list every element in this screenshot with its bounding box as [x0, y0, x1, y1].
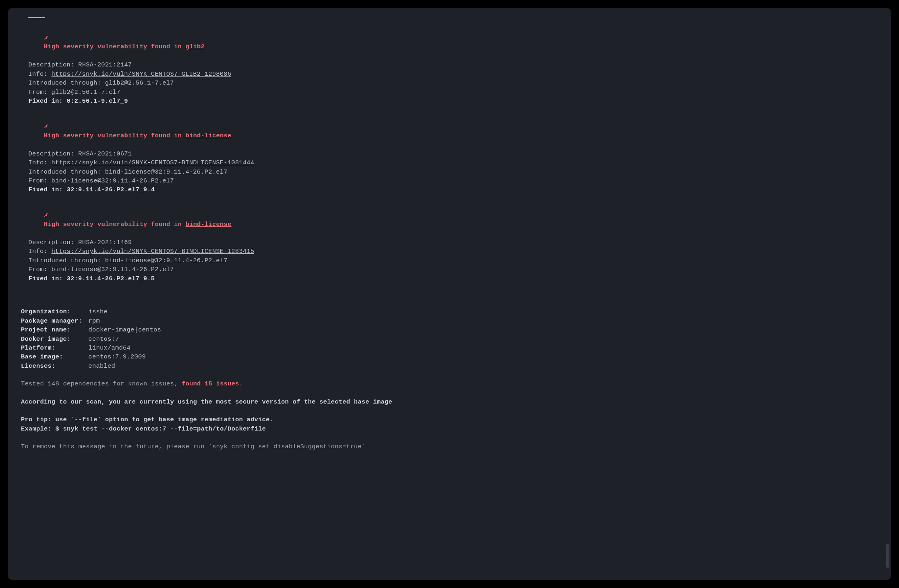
desc-label: Description: — [29, 239, 79, 246]
cross-icon: ✗ — [44, 211, 48, 219]
cross-icon: ✗ — [44, 123, 48, 130]
example-line: Example: $ snyk test --docker centos:7 -… — [21, 424, 878, 433]
lic-value: enabled — [88, 362, 115, 371]
desc-value: RHSA-2021:0671 — [78, 150, 132, 157]
img-label: Docker image: — [21, 335, 88, 344]
pm-value: rpm — [88, 317, 100, 325]
vulnerability-block: ✗ High severity vulnerability found in b… — [21, 113, 878, 195]
severity-text: High severity vulnerability found in — [44, 132, 186, 139]
img-value: centos:7 — [88, 335, 119, 344]
meta-row: Docker image:centos:7 — [21, 335, 878, 344]
scan-message: According to our scan, you are currently… — [21, 398, 878, 406]
lic-label: Licenses: — [21, 362, 88, 371]
desc-label: Description: — [29, 150, 79, 157]
proj-value: docker-image|centos — [88, 325, 161, 334]
tested-prefix: Tested 148 dependencies for known issues… — [21, 380, 182, 387]
plat-label: Platform: — [21, 344, 88, 352]
from-value: glib2@2.56.1-7.el7 — [52, 89, 120, 96]
cross-icon: ✗ — [44, 34, 48, 41]
base-label: Base image: — [21, 352, 88, 361]
fixed-value: 0:2.56.1-9.el7_9 — [67, 97, 128, 105]
base-value: centos:7.9.2009 — [88, 352, 146, 361]
meta-row: Platform:linux/amd64 — [21, 344, 878, 352]
vuln-package: bind-license — [186, 132, 232, 139]
introduced-value: bind-license@32:9.11.4-26.P2.el7 — [105, 257, 228, 264]
info-link[interactable]: https://snyk.io/vuln/SNYK-CENTOS7-GLIB2-… — [52, 70, 232, 78]
from-value: bind-license@32:9.11.4-26.P2.el7 — [52, 266, 174, 273]
meta-row: Organization:isshe — [21, 307, 878, 316]
introduced-value: glib2@2.56.1-7.el7 — [105, 79, 174, 87]
from-value: bind-license@32:9.11.4-26.P2.el7 — [52, 177, 174, 184]
vulnerability-block: ✗ High severity vulnerability found in b… — [21, 202, 878, 283]
fixed-value: 32:9.11.4-26.P2.el7_9.4 — [67, 186, 155, 193]
info-label: Info: — [29, 70, 52, 78]
desc-value: RHSA-2021:1469 — [78, 239, 132, 246]
remove-msg-line: To remove this message in the future, pl… — [21, 442, 878, 451]
info-label: Info: — [29, 159, 52, 166]
severity-text: High severity vulnerability found in — [44, 43, 186, 50]
info-link[interactable]: https://snyk.io/vuln/SNYK-CENTOS7-BINDLI… — [52, 159, 255, 166]
vuln-package: bind-license — [186, 221, 232, 228]
found-issues: found 15 issues. — [182, 380, 243, 387]
meta-row: Base image:centos:7.9.2009 — [21, 352, 878, 361]
vulnerability-block: ✗ High severity vulnerability found in g… — [21, 24, 878, 106]
tested-line: Tested 148 dependencies for known issues… — [21, 379, 878, 388]
severity-text: High severity vulnerability found in — [44, 221, 186, 228]
plat-value: linux/amd64 — [88, 344, 130, 352]
scrollbar[interactable] — [886, 544, 889, 568]
introduced-label: Introduced through: — [29, 79, 105, 87]
meta-row: Package manager:rpm — [21, 317, 878, 325]
introduced-value: bind-license@32:9.11.4-26.P2.el7 — [105, 168, 228, 176]
info-link[interactable]: https://snyk.io/vuln/SNYK-CENTOS7-BINDLI… — [52, 248, 255, 255]
introduced-label: Introduced through: — [29, 257, 105, 264]
meta-row: Project name:docker-image|centos — [21, 325, 878, 334]
fixed-label: Fixed in: — [29, 97, 67, 105]
from-label: From: — [29, 266, 52, 273]
terminal-window: ✗ High severity vulnerability found in g… — [8, 8, 891, 580]
vuln-package: glib2 — [186, 43, 205, 50]
from-label: From: — [29, 89, 52, 96]
proj-label: Project name: — [21, 325, 88, 334]
org-value: isshe — [88, 307, 108, 316]
meta-row: Licenses:enabled — [21, 362, 878, 371]
fixed-label: Fixed in: — [29, 275, 67, 282]
fixed-label: Fixed in: — [29, 186, 67, 193]
pm-label: Package manager: — [21, 317, 88, 325]
separator-line — [28, 17, 45, 18]
info-label: Info: — [29, 248, 52, 255]
fixed-value: 32:9.11.4-26.P2.el7_9.5 — [67, 275, 155, 282]
from-label: From: — [29, 177, 52, 184]
introduced-label: Introduced through: — [29, 168, 105, 176]
protip-line: Pro tip: use `--file` option to get base… — [21, 415, 878, 424]
org-label: Organization: — [21, 307, 88, 316]
desc-label: Description: — [29, 61, 79, 68]
desc-value: RHSA-2021:2147 — [78, 61, 132, 68]
